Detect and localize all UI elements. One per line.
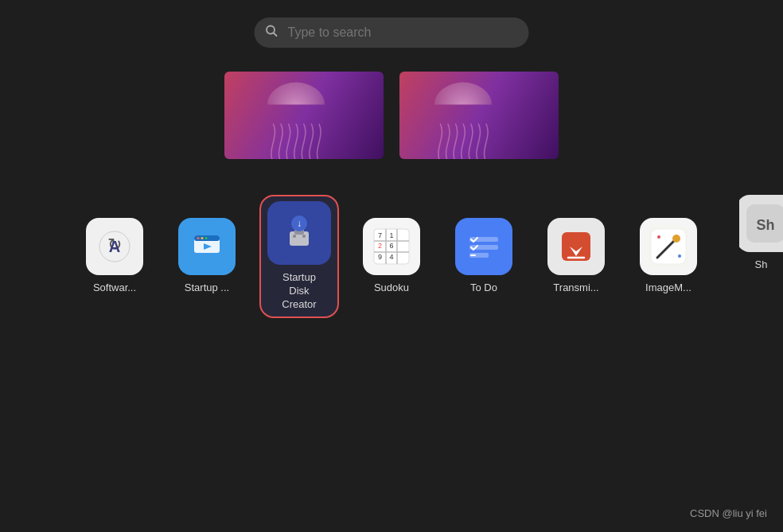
svg-point-45: [672, 235, 680, 243]
app-label-sudoku: Sudoku: [374, 282, 409, 295]
search-input[interactable]: [255, 17, 529, 48]
svg-point-19: [293, 235, 296, 238]
app-label-imagemagick: ImageM...: [645, 282, 691, 295]
app-label-startup-apps: Startup ...: [185, 282, 229, 295]
app-item-partial[interactable]: Sh Sh: [739, 195, 783, 270]
app-item-software-updater[interactable]: ↻ A Softwar...: [75, 218, 154, 295]
svg-point-47: [678, 254, 681, 258]
partial-app-label: Sh: [755, 258, 768, 270]
app-label-transmission: Transmi...: [553, 282, 598, 295]
svg-point-10: [201, 237, 204, 239]
search-container: [255, 17, 529, 48]
app-grid: ↻ A Softwar... Startup ...: [0, 195, 783, 318]
software-updater-icon: ↻ A: [96, 228, 133, 265]
svg-rect-39: [562, 232, 590, 261]
svg-text:2: 2: [378, 241, 382, 249]
bottom-right-text: CSDN @liu yi fei: [690, 507, 767, 519]
app-item-startup-disk-creator[interactable]: ↓ Startup Disk Creator: [259, 195, 339, 318]
todo-icon: [463, 226, 504, 267]
svg-point-20: [302, 235, 306, 238]
partial-app-icon: Sh: [746, 204, 784, 243]
search-icon: [266, 25, 279, 41]
sudoku-icon: 7 1 2 6 9 4: [371, 226, 412, 267]
wallpaper-thumb-1[interactable]: [224, 72, 384, 159]
transmission-icon: [555, 226, 597, 267]
svg-point-9: [197, 237, 200, 239]
svg-text:Sh: Sh: [756, 217, 774, 233]
svg-text:9: 9: [378, 253, 382, 261]
app-label-todo: To Do: [470, 282, 497, 295]
imagemagick-icon: [648, 226, 689, 267]
startup-apps-icon: [188, 227, 226, 266]
svg-point-46: [657, 235, 660, 239]
svg-text:6: 6: [389, 241, 393, 249]
wallpaper-thumb-2[interactable]: [399, 72, 559, 159]
svg-text:A: A: [109, 238, 120, 255]
svg-point-11: [205, 237, 208, 239]
app-item-todo[interactable]: To Do: [444, 218, 524, 295]
app-label-startup-disk-creator: Startup Disk Creator: [282, 271, 316, 312]
app-item-transmission[interactable]: Transmi...: [536, 218, 616, 295]
svg-line-1: [274, 33, 277, 37]
bottom-text-label: CSDN @liu yi fei: [690, 507, 767, 519]
svg-text:4: 4: [389, 253, 393, 261]
svg-text:1: 1: [389, 231, 393, 239]
svg-text:↓: ↓: [297, 218, 302, 229]
startup-disk-creator-icon: ↓: [275, 209, 323, 257]
app-item-sudoku[interactable]: 7 1 2 6 9 4 Sudoku: [352, 218, 431, 295]
app-item-imagemagick[interactable]: ImageM...: [629, 218, 708, 295]
svg-text:7: 7: [378, 231, 382, 239]
app-label-software-updater: Softwar...: [93, 282, 136, 295]
app-item-startup-apps[interactable]: Startup ...: [167, 218, 247, 295]
wallpaper-row: [224, 72, 559, 159]
